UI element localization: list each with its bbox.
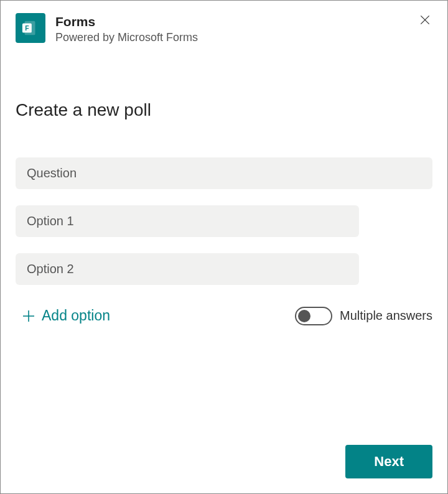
header-text: Forms Powered by Microsoft Forms [55, 13, 432, 44]
add-option-button[interactable]: Add option [16, 305, 110, 327]
forms-icon: F [16, 13, 45, 43]
dialog-header: F Forms Powered by Microsoft Forms [1, 1, 447, 44]
app-subtitle: Powered by Microsoft Forms [55, 31, 432, 44]
multiple-answers-toggle[interactable] [295, 307, 332, 325]
dialog-content: Create a new poll Add option Multiple an… [1, 100, 447, 327]
controls-row: Add option Multiple answers [16, 305, 432, 327]
option-input-2[interactable] [16, 253, 359, 285]
dialog-footer: Next [345, 445, 432, 478]
app-title: Forms [55, 13, 432, 30]
forms-poll-dialog: F Forms Powered by Microsoft Forms Creat… [0, 0, 448, 494]
close-button[interactable] [415, 11, 435, 30]
multiple-answers-label: Multiple answers [340, 309, 432, 323]
toggle-knob [298, 310, 310, 322]
next-button[interactable]: Next [345, 445, 432, 478]
multiple-answers-group: Multiple answers [295, 307, 432, 325]
page-title: Create a new poll [16, 100, 432, 120]
close-icon [419, 14, 431, 28]
svg-text:F: F [25, 25, 29, 32]
plus-icon [16, 309, 42, 324]
question-input[interactable] [16, 157, 432, 189]
option-input-1[interactable] [16, 205, 359, 237]
add-option-label: Add option [42, 307, 110, 324]
